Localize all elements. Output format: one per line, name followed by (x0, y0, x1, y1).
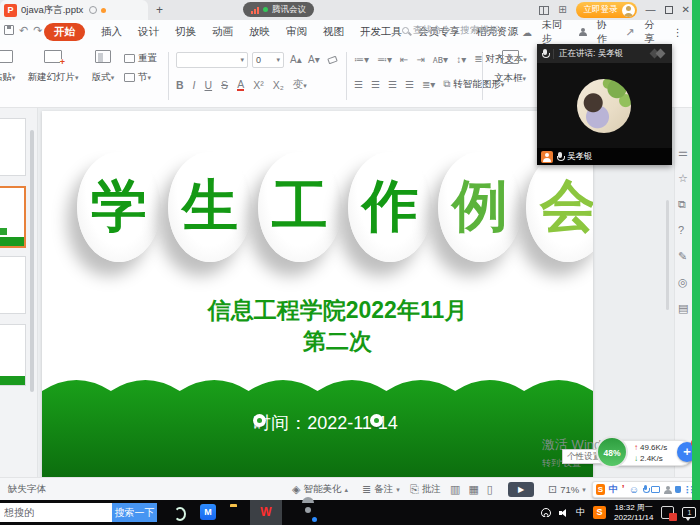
decrease-font-icon[interactable]: A▾ (308, 54, 320, 65)
voice-input-icon[interactable] (643, 485, 647, 494)
reading-view-icon[interactable]: ▯ (487, 483, 493, 496)
undo-icon[interactable]: ↶ (19, 24, 28, 36)
notification-center-icon[interactable]: 1 (682, 507, 696, 518)
share-button[interactable]: 分享 (644, 18, 662, 46)
tab-transition[interactable]: 切换 (175, 25, 196, 39)
new-tab-button[interactable]: + (156, 2, 163, 18)
slide-canvas[interactable]: 学 生 工 作 例 会 信息工程学院2022年11月 第二次 时间：2022-1… (42, 111, 593, 477)
soft-keyboard-icon[interactable] (651, 486, 660, 493)
indent-decrease-icon[interactable]: ⇤ (400, 54, 408, 65)
thumbnail-scrollbar[interactable] (30, 130, 34, 392)
title-oval-5[interactable]: 例 (438, 152, 522, 262)
duplicate-icon[interactable]: ⧉ (678, 198, 686, 211)
layout-button[interactable]: 版式▾ (86, 48, 120, 84)
tab-view[interactable]: 视图 (323, 25, 344, 39)
comment-marker-icon[interactable] (370, 414, 383, 427)
indent-increase-icon[interactable]: ⇥ (416, 54, 424, 65)
justify-icon[interactable]: ☰ (405, 79, 414, 90)
taskbar-meeting-app-icon[interactable]: M (200, 504, 216, 520)
collaborate-button[interactable]: 协作 (597, 18, 615, 46)
save-icon[interactable] (4, 25, 14, 35)
textbox-button[interactable]: A 文本框▾ (488, 48, 532, 85)
align-center-icon[interactable]: ☰ (371, 79, 380, 90)
emoji-icon[interactable]: ☺ (629, 485, 639, 495)
comments-button[interactable]: ⎘ 批注 (410, 478, 441, 501)
slide-subtitle[interactable]: 信息工程学院2022年11月 第二次 (62, 295, 593, 357)
sogou-tray-icon[interactable]: S (593, 506, 606, 519)
input-mode-cn[interactable]: 中 (609, 483, 618, 496)
tab-animation[interactable]: 动画 (212, 25, 233, 39)
title-oval-6[interactable]: 会 (526, 152, 593, 262)
clear-format-icon[interactable] (327, 56, 338, 65)
tab-review[interactable]: 审阅 (286, 25, 307, 39)
taskbar-wps-app-active[interactable]: W (250, 500, 282, 525)
sogou-input-toolbar[interactable]: S 中 ’ ☺ ᎒᎒ (592, 481, 698, 498)
bold-button[interactable]: B (176, 79, 184, 91)
slideshow-play-button[interactable]: ▶ (508, 482, 534, 497)
sogou-logo-icon[interactable]: S (596, 484, 605, 495)
wifi-icon[interactable] (540, 508, 551, 517)
slide-sorter-icon[interactable]: ▦ (468, 483, 478, 496)
new-slide-button[interactable]: + 新建幻灯片▾ (24, 48, 82, 84)
taskbar-search-button[interactable]: 搜索一下 (112, 503, 157, 522)
location-icon[interactable]: ◎ (678, 276, 688, 289)
normal-view-icon[interactable]: ▥ (450, 483, 460, 496)
edit-shape-icon[interactable]: ✎ (678, 250, 687, 263)
maximize-button[interactable] (665, 6, 673, 14)
skin-person-icon[interactable] (664, 486, 670, 494)
tray-app-icon[interactable] (661, 506, 674, 519)
network-speed-widget[interactable]: 48% ↑49.6K/s ↓2.4K/s ＋ (596, 435, 700, 469)
paragraph-spacing-icon[interactable]: ≣▾ (422, 79, 435, 90)
align-right-icon[interactable]: ☰ (388, 79, 397, 90)
login-button[interactable]: 立即登录 (576, 2, 637, 18)
align-left-icon[interactable]: ☰ (354, 79, 363, 90)
skin-shirt-icon[interactable] (675, 486, 681, 493)
tab-design[interactable]: 设计 (138, 25, 159, 39)
more-options-icon[interactable]: ⋮ (673, 27, 683, 38)
missing-font-warning[interactable]: 缺失字体 (8, 478, 46, 501)
text-direction-icon[interactable]: ᴀʙ▾ (433, 54, 448, 65)
minimize-button[interactable]: — (646, 0, 656, 20)
document-tab[interactable]: P 0java序言.pptx (0, 0, 148, 20)
comment-marker-icon[interactable] (253, 414, 266, 427)
punctuation-icon[interactable]: ’ (622, 484, 625, 495)
app-grid-icon[interactable]: ⊞ (558, 5, 566, 15)
clock[interactable]: 18:32 周一 2022/11/14 (614, 503, 653, 523)
zoom-control[interactable]: ⊡ 71%▾ (548, 478, 586, 501)
tab-home[interactable]: 开始 (44, 23, 85, 41)
help-icon[interactable]: ? (678, 224, 684, 236)
meeting-video-area[interactable] (537, 63, 672, 148)
increase-font-icon[interactable]: A▴ (290, 54, 302, 65)
usage-percent-badge[interactable]: 48% (596, 436, 628, 468)
font-color-button[interactable]: A (237, 79, 244, 91)
smart-beautify-button[interactable]: ◈ 智能美化▴ (292, 478, 348, 501)
tencent-meeting-panel[interactable]: 正在讲话: 吴孝银 吴孝银 (537, 44, 672, 165)
star-resources-icon[interactable]: ☆ (678, 172, 688, 185)
paste-button[interactable]: 粘贴▾ (0, 48, 26, 84)
italic-button[interactable]: I (193, 79, 196, 91)
switch-view-icon[interactable] (539, 6, 549, 15)
font-size-combo[interactable]: 0▾ (252, 52, 284, 68)
font-family-combo[interactable]: ▾ (176, 52, 248, 68)
thumbnail-slide-2-selected[interactable] (0, 186, 26, 248)
title-oval-3[interactable]: 工 (258, 152, 342, 262)
close-button[interactable]: ✕ (682, 0, 690, 20)
reset-button[interactable]: 重置 (124, 52, 157, 65)
sync-status-label[interactable]: 未同步 (542, 18, 569, 46)
tab-developer[interactable]: 开发工具 (360, 25, 402, 39)
bullet-list-icon[interactable]: ≔▾ (354, 54, 369, 65)
title-oval-4[interactable]: 作 (348, 152, 432, 262)
text-effect-button[interactable]: 变▾ (293, 78, 307, 92)
thumbnail-slide-3[interactable] (0, 256, 26, 314)
thumbnail-slide-4[interactable] (0, 324, 26, 386)
line-spacing-icon[interactable]: ↕▾ (456, 54, 466, 65)
subscript-button[interactable]: X₂ (273, 79, 284, 91)
notes-button[interactable]: ≣ 备注▾ (362, 478, 400, 501)
thumbnail-slide-1[interactable] (0, 118, 26, 176)
title-oval-2[interactable]: 生 (168, 152, 252, 262)
tab-slideshow[interactable]: 放映 (249, 25, 270, 39)
underline-button[interactable]: U (205, 79, 213, 91)
taskbar-search-input[interactable] (0, 503, 112, 522)
pin-icon[interactable] (89, 6, 97, 14)
title-oval-1[interactable]: 学 (77, 152, 161, 262)
